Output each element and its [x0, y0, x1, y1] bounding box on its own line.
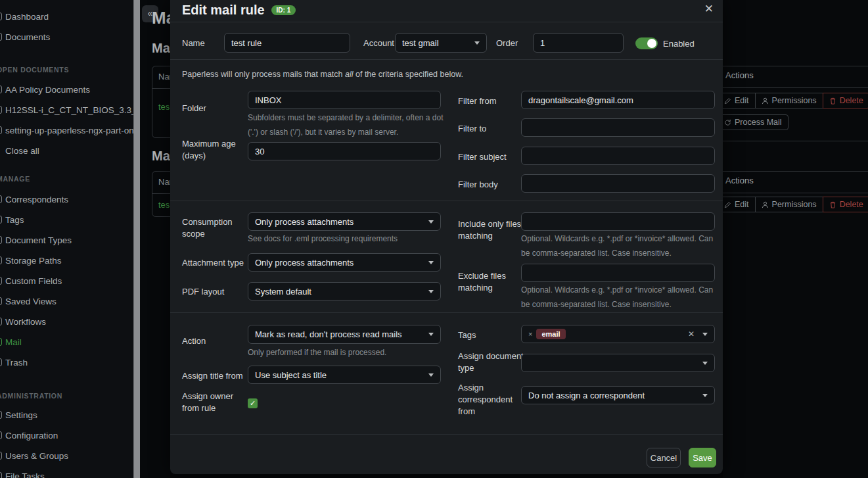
sidebar-item-storage-paths[interactable]: Storage Paths	[5, 255, 62, 266]
sidebar-item-configuration[interactable]: Configuration	[5, 430, 58, 441]
maximum-age-input[interactable]	[248, 142, 441, 160]
close-icon[interactable]: ✕	[704, 2, 714, 16]
permissions-button[interactable]: Permissions	[755, 197, 823, 212]
check-icon: ✓	[250, 399, 256, 407]
sidebar-item-workflows[interactable]: Workflows	[5, 316, 46, 327]
filter-subject-input[interactable]	[521, 147, 715, 165]
tags-select[interactable]: × email ✕	[521, 325, 715, 343]
sidebar-item-settings[interactable]: Settings	[5, 410, 37, 421]
chevron-down-icon	[428, 333, 434, 336]
sidebar-item-label: setting-up-paperless-ngx-part-one	[5, 126, 133, 135]
documents-icon	[0, 33, 2, 41]
pdf-layout-select[interactable]: System default	[248, 282, 441, 300]
sidebar-item-open-doc-1[interactable]: AA Policy Documents	[5, 84, 90, 95]
action-hint: Only performed if the mail is processed.	[248, 345, 386, 360]
assign-owner-label: Assign owner from rule	[182, 391, 242, 414]
sidebar-section-open-documents: OPEN DOCUMENTS	[0, 66, 69, 74]
sidebar-item-open-doc-3[interactable]: setting-up-paperless-ngx-part-one	[5, 125, 133, 136]
account-select[interactable]: test gmail	[395, 33, 487, 53]
name-input[interactable]	[224, 33, 350, 53]
exclude-files-hint: Optional. Wildcards e.g. *.pdf or *invoi…	[521, 283, 718, 312]
name-column-header: Nam	[158, 177, 170, 187]
sidebar-section-administration: ADMINISTRATION	[0, 392, 62, 400]
sidebar-item-label: Dashboard	[5, 12, 49, 22]
trash-icon	[829, 97, 836, 105]
sidebar-item-label: Settings	[5, 410, 37, 420]
chevron-down-icon	[474, 41, 480, 45]
folder-icon	[0, 256, 2, 264]
permissions-button[interactable]: Permissions	[755, 93, 823, 108]
cancel-button[interactable]: Cancel	[647, 448, 681, 467]
filter-subject-label: Filter subject	[458, 151, 507, 163]
page-content-right-fragment: Actions Edit Permissions Delete Process …	[723, 0, 868, 478]
person-icon	[762, 97, 769, 105]
divider	[170, 312, 723, 313]
sidebar-scrollbar[interactable]	[133, 0, 140, 478]
sidebar-item-mail[interactable]: Mail	[5, 337, 22, 348]
assign-correspondent-label: Assign correspondent from	[458, 382, 525, 418]
enabled-toggle[interactable]	[635, 37, 658, 49]
tag-chip[interactable]: email	[536, 329, 565, 339]
sidebar-item-file-tasks[interactable]: File Tasks	[5, 471, 45, 478]
page-title: Ma	[152, 8, 170, 28]
chevron-down-icon	[702, 362, 708, 365]
include-files-hint: Optional. Wildcards e.g. *.pdf or *invoi…	[521, 231, 718, 260]
filter-from-input[interactable]	[521, 91, 715, 109]
assign-owner-checkbox[interactable]: ✓	[248, 398, 258, 408]
divider	[170, 434, 723, 435]
divider	[170, 201, 723, 201]
sidebar-item-custom-fields[interactable]: Custom Fields	[5, 275, 62, 287]
include-files-label: Include only files matching	[458, 218, 525, 242]
consumption-scope-label: Consumption scope	[182, 216, 242, 240]
filter-to-label: Filter to	[458, 123, 486, 135]
doctype-icon	[0, 236, 2, 244]
table-border	[723, 141, 868, 141]
id-badge: ID: 1	[271, 5, 296, 15]
save-button[interactable]: Save	[689, 448, 716, 467]
consumption-scope-hint: See docs for .eml processing requirement…	[248, 231, 398, 246]
mail-rule-link[interactable]: tes	[158, 200, 170, 210]
table-divider	[152, 88, 170, 89]
assign-title-from-select[interactable]: Use subject as title	[248, 366, 441, 384]
sidebar-item-close-all[interactable]: Close all	[5, 145, 39, 156]
process-mail-button[interactable]: Process Mail	[723, 114, 788, 130]
sidebar-item-label: AA Policy Documents	[5, 85, 90, 95]
folder-input[interactable]	[248, 91, 441, 109]
sidebar-item-label: Custom Fields	[5, 276, 62, 286]
filter-body-input[interactable]	[521, 174, 715, 193]
filter-to-input[interactable]	[521, 118, 715, 137]
mail-account-link[interactable]: tes	[158, 102, 170, 112]
action-label: Action	[182, 335, 206, 347]
consumption-scope-select[interactable]: Only process attachments	[248, 212, 441, 231]
assign-document-type-select[interactable]	[521, 354, 715, 372]
sidebar-item-correspondents[interactable]: Correspondents	[5, 194, 68, 205]
sidebar-item-label: Document Types	[5, 235, 72, 245]
pdf-layout-label: PDF layout	[182, 286, 224, 298]
delete-button[interactable]: Delete	[823, 93, 868, 108]
chevron-down-icon	[428, 373, 434, 377]
refresh-icon	[724, 119, 731, 126]
action-select[interactable]: Mark as read, don't process read mails	[248, 325, 441, 344]
divider	[170, 59, 723, 60]
edit-button[interactable]: Edit	[723, 197, 756, 212]
delete-button[interactable]: Delete	[823, 197, 868, 212]
order-input[interactable]	[533, 33, 624, 53]
assign-correspondent-select[interactable]: Do not assign a correspondent	[521, 386, 715, 404]
sidebar-item-documents[interactable]: Documents	[5, 32, 50, 43]
include-files-input[interactable]	[521, 212, 715, 231]
sidebar-item-open-doc-2[interactable]: H12SSL-i_C_CT_NT_BIOS_3.3_rele...	[5, 105, 133, 116]
clear-icon[interactable]: ✕	[688, 329, 695, 339]
sidebar-section-manage: MANAGE	[0, 175, 30, 183]
sidebar-item-trash[interactable]: Trash	[5, 357, 28, 368]
edit-button[interactable]: Edit	[723, 93, 756, 108]
sidebar-item-document-types[interactable]: Document Types	[5, 235, 72, 246]
toggle-knob	[647, 39, 656, 48]
sidebar-item-label: H12SSL-i_C_CT_NT_BIOS_3.3_rele...	[5, 105, 133, 115]
sidebar-item-tags[interactable]: Tags	[5, 214, 24, 226]
exclude-files-input[interactable]	[521, 264, 715, 282]
chip-remove-icon[interactable]: ×	[528, 330, 532, 338]
sidebar-item-dashboard[interactable]: Dashboard	[5, 11, 49, 22]
sidebar-item-users-groups[interactable]: Users & Groups	[5, 450, 68, 462]
attachment-type-select[interactable]: Only process attachments	[248, 253, 441, 272]
sidebar-item-saved-views[interactable]: Saved Views	[5, 296, 57, 307]
